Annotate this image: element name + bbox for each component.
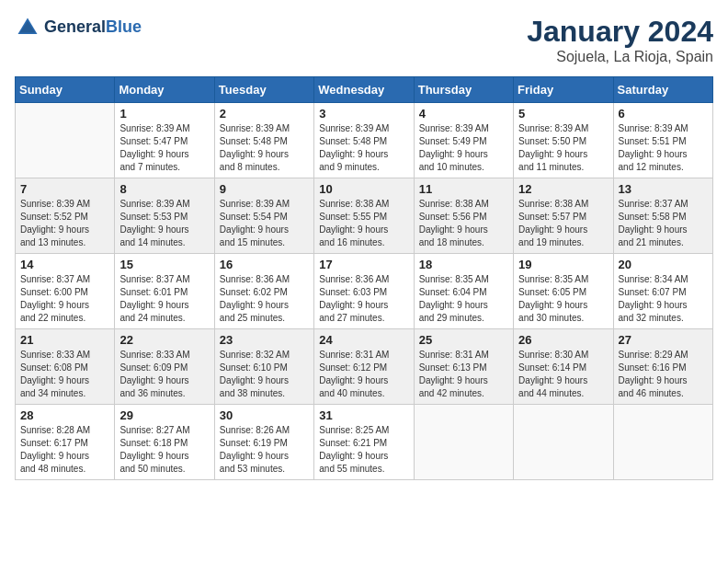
calendar-subtitle: Sojuela, La Rioja, Spain — [527, 49, 713, 65]
day-number: 23 — [220, 333, 309, 347]
day-number: 6 — [619, 107, 708, 121]
day-info: Sunrise: 8:37 AMSunset: 6:01 PMDaylight:… — [119, 273, 209, 325]
calendar-cell: 29Sunrise: 8:27 AMSunset: 6:18 PMDayligh… — [115, 405, 214, 480]
day-number: 16 — [220, 258, 309, 271]
calendar-cell: 6Sunrise: 8:39 AMSunset: 5:51 PMDaylight… — [613, 103, 712, 178]
calendar-cell: 23Sunrise: 8:32 AMSunset: 6:10 PMDayligh… — [214, 329, 313, 405]
header-tuesday: Tuesday — [214, 77, 313, 103]
calendar-week-5: 28Sunrise: 8:28 AMSunset: 6:17 PMDayligh… — [16, 405, 713, 480]
calendar-cell: 19Sunrise: 8:35 AMSunset: 6:05 PMDayligh… — [514, 254, 613, 329]
day-info: Sunrise: 8:34 AMSunset: 6:07 PMDaylight:… — [619, 273, 708, 325]
day-info: Sunrise: 8:36 AMSunset: 6:03 PMDaylight:… — [319, 273, 408, 325]
day-info: Sunrise: 8:39 AMSunset: 5:50 PMDaylight:… — [518, 122, 608, 174]
day-info: Sunrise: 8:39 AMSunset: 5:49 PMDaylight:… — [419, 122, 508, 174]
calendar-cell: 24Sunrise: 8:31 AMSunset: 6:12 PMDayligh… — [314, 329, 414, 405]
calendar-week-4: 21Sunrise: 8:33 AMSunset: 6:08 PMDayligh… — [16, 329, 713, 405]
day-number: 24 — [319, 333, 408, 347]
day-number: 14 — [20, 258, 109, 271]
day-number: 25 — [419, 333, 508, 347]
day-number: 11 — [419, 182, 508, 196]
day-info: Sunrise: 8:37 AMSunset: 6:00 PMDaylight:… — [20, 273, 109, 325]
calendar-title: January 2024 — [527, 15, 713, 49]
day-number: 21 — [20, 333, 109, 347]
day-info: Sunrise: 8:39 AMSunset: 5:48 PMDaylight:… — [220, 122, 309, 174]
day-number: 9 — [220, 182, 309, 196]
day-info: Sunrise: 8:26 AMSunset: 6:19 PMDaylight:… — [220, 424, 309, 476]
header-friday: Friday — [514, 77, 613, 103]
day-number: 30 — [220, 408, 309, 422]
day-number: 4 — [419, 107, 508, 121]
calendar-cell: 17Sunrise: 8:36 AMSunset: 6:03 PMDayligh… — [314, 254, 414, 329]
header-monday: Monday — [115, 77, 214, 103]
day-number: 22 — [119, 333, 209, 347]
day-number: 3 — [319, 107, 408, 121]
calendar-cell: 2Sunrise: 8:39 AMSunset: 5:48 PMDaylight… — [214, 103, 313, 178]
day-info: Sunrise: 8:35 AMSunset: 6:05 PMDaylight:… — [518, 273, 608, 325]
calendar-cell: 7Sunrise: 8:39 AMSunset: 5:52 PMDaylight… — [16, 178, 115, 254]
calendar-title-area: January 2024 Sojuela, La Rioja, Spain — [527, 15, 713, 65]
day-info: Sunrise: 8:35 AMSunset: 6:04 PMDaylight:… — [419, 273, 508, 325]
page-header: GeneralBlue January 2024 Sojuela, La Rio… — [15, 15, 713, 65]
calendar-header-row: SundayMondayTuesdayWednesdayThursdayFrid… — [16, 77, 713, 103]
calendar-cell: 15Sunrise: 8:37 AMSunset: 6:01 PMDayligh… — [115, 254, 214, 329]
day-number: 28 — [20, 408, 109, 422]
calendar-week-2: 7Sunrise: 8:39 AMSunset: 5:52 PMDaylight… — [16, 178, 713, 254]
day-info: Sunrise: 8:25 AMSunset: 6:21 PMDaylight:… — [319, 424, 408, 476]
calendar-cell: 16Sunrise: 8:36 AMSunset: 6:02 PMDayligh… — [214, 254, 313, 329]
calendar-cell: 13Sunrise: 8:37 AMSunset: 5:58 PMDayligh… — [613, 178, 712, 254]
day-number: 20 — [619, 258, 708, 271]
calendar-cell: 27Sunrise: 8:29 AMSunset: 6:16 PMDayligh… — [613, 329, 712, 405]
day-info: Sunrise: 8:31 AMSunset: 6:13 PMDaylight:… — [419, 349, 508, 400]
day-info: Sunrise: 8:30 AMSunset: 6:14 PMDaylight:… — [518, 349, 608, 400]
calendar-cell: 9Sunrise: 8:39 AMSunset: 5:54 PMDaylight… — [214, 178, 313, 254]
calendar-cell: 31Sunrise: 8:25 AMSunset: 6:21 PMDayligh… — [314, 405, 414, 480]
calendar-cell: 8Sunrise: 8:39 AMSunset: 5:53 PMDaylight… — [115, 178, 214, 254]
calendar-cell: 25Sunrise: 8:31 AMSunset: 6:13 PMDayligh… — [414, 329, 513, 405]
day-info: Sunrise: 8:39 AMSunset: 5:53 PMDaylight:… — [119, 198, 209, 249]
day-number: 29 — [119, 408, 209, 422]
header-thursday: Thursday — [414, 77, 513, 103]
day-number: 19 — [518, 258, 608, 271]
day-number: 10 — [319, 182, 408, 196]
calendar-table: SundayMondayTuesdayWednesdayThursdayFrid… — [15, 76, 713, 480]
calendar-cell: 5Sunrise: 8:39 AMSunset: 5:50 PMDaylight… — [514, 103, 613, 178]
calendar-week-3: 14Sunrise: 8:37 AMSunset: 6:00 PMDayligh… — [16, 254, 713, 329]
day-info: Sunrise: 8:32 AMSunset: 6:10 PMDaylight:… — [220, 349, 309, 400]
header-saturday: Saturday — [613, 77, 712, 103]
calendar-cell: 3Sunrise: 8:39 AMSunset: 5:48 PMDaylight… — [314, 103, 414, 178]
logo-text: GeneralBlue — [44, 17, 142, 38]
calendar-cell: 28Sunrise: 8:28 AMSunset: 6:17 PMDayligh… — [16, 405, 115, 480]
calendar-cell: 4Sunrise: 8:39 AMSunset: 5:49 PMDaylight… — [414, 103, 513, 178]
calendar-cell: 18Sunrise: 8:35 AMSunset: 6:04 PMDayligh… — [414, 254, 513, 329]
day-info: Sunrise: 8:33 AMSunset: 6:09 PMDaylight:… — [119, 349, 209, 400]
day-info: Sunrise: 8:38 AMSunset: 5:57 PMDaylight:… — [518, 198, 608, 249]
day-number: 2 — [220, 107, 309, 121]
calendar-cell: 10Sunrise: 8:38 AMSunset: 5:55 PMDayligh… — [314, 178, 414, 254]
day-info: Sunrise: 8:39 AMSunset: 5:54 PMDaylight:… — [220, 198, 309, 249]
day-number: 18 — [419, 258, 508, 271]
day-number: 7 — [20, 182, 109, 196]
calendar-cell: 14Sunrise: 8:37 AMSunset: 6:00 PMDayligh… — [16, 254, 115, 329]
day-number: 1 — [119, 107, 209, 121]
calendar-cell — [414, 405, 513, 480]
day-info: Sunrise: 8:31 AMSunset: 6:12 PMDaylight:… — [319, 349, 408, 400]
day-info: Sunrise: 8:39 AMSunset: 5:51 PMDaylight:… — [619, 122, 708, 174]
day-number: 12 — [518, 182, 608, 196]
day-number: 31 — [319, 408, 408, 422]
calendar-cell: 30Sunrise: 8:26 AMSunset: 6:19 PMDayligh… — [214, 405, 313, 480]
day-info: Sunrise: 8:38 AMSunset: 5:55 PMDaylight:… — [319, 198, 408, 249]
day-info: Sunrise: 8:39 AMSunset: 5:47 PMDaylight:… — [119, 122, 209, 174]
day-info: Sunrise: 8:28 AMSunset: 6:17 PMDaylight:… — [20, 424, 109, 476]
logo-icon — [15, 15, 40, 40]
day-number: 17 — [319, 258, 408, 271]
calendar-cell: 12Sunrise: 8:38 AMSunset: 5:57 PMDayligh… — [514, 178, 613, 254]
day-info: Sunrise: 8:27 AMSunset: 6:18 PMDaylight:… — [119, 424, 209, 476]
header-sunday: Sunday — [16, 77, 115, 103]
day-info: Sunrise: 8:39 AMSunset: 5:48 PMDaylight:… — [319, 122, 408, 174]
day-info: Sunrise: 8:37 AMSunset: 5:58 PMDaylight:… — [619, 198, 708, 249]
day-number: 27 — [619, 333, 708, 347]
calendar-week-1: 1Sunrise: 8:39 AMSunset: 5:47 PMDaylight… — [16, 103, 713, 178]
day-number: 8 — [119, 182, 209, 196]
day-info: Sunrise: 8:36 AMSunset: 6:02 PMDaylight:… — [220, 273, 309, 325]
calendar-cell: 21Sunrise: 8:33 AMSunset: 6:08 PMDayligh… — [16, 329, 115, 405]
